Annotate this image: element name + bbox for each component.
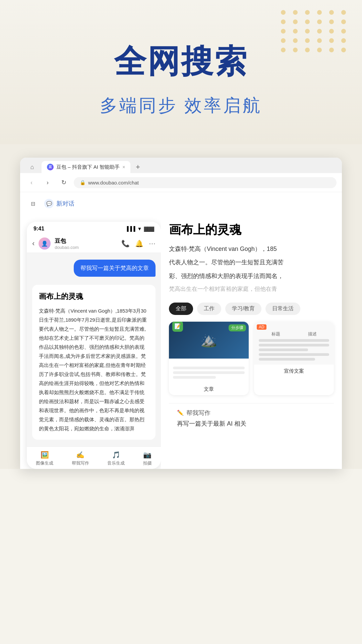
- chat-bubble-icon: 💬: [44, 199, 54, 208]
- address-bar[interactable]: 🔒 www.doubao.com/chat: [74, 177, 337, 188]
- phone-nav-bar: ‹ 👤 豆包 doubao.com 📞 🔔 ⋯: [27, 234, 161, 253]
- ad-col-label1: 标题: [259, 331, 293, 337]
- phone-back-button[interactable]: ‹: [32, 239, 35, 248]
- ad-lines: [259, 339, 329, 361]
- card1-app-icon: 📝: [172, 322, 183, 332]
- phone-time: 9:41: [34, 226, 44, 232]
- browser-tab-bar: ⌂ 豆 豆包 – 抖音旗下 AI 智能助手 × +: [20, 158, 342, 173]
- tab-label: 豆包 – 抖音旗下 AI 智能助手: [56, 164, 120, 170]
- ai-article-card: 画布上的灵魂 文森特·梵高（Vincent van Gogh）,1853年3月3…: [32, 285, 156, 440]
- phone-mockup: 9:41 ▐▐▐ ▼ ▓▓▓ ‹ 👤 豆包 doubao.com: [27, 222, 161, 469]
- camera-icon: 📷: [143, 451, 152, 459]
- article-card-lines: [173, 367, 245, 379]
- ai-article-title: 画布上的灵魂: [39, 291, 149, 302]
- phone-nav-icons: 📞 🔔 ⋯: [121, 239, 156, 248]
- tags-row: 全部 工作 学习/教育 日常生活: [169, 303, 334, 315]
- url-text: www.doubao.com/chat: [88, 180, 139, 185]
- tab-favicon: 豆: [47, 164, 54, 170]
- music-icon: 🎵: [112, 451, 120, 459]
- phone-avatar: 👤: [39, 237, 51, 250]
- help-write-query: 再写一篇关于最新 AI 相关: [177, 420, 326, 428]
- write-icon: ✍️: [76, 451, 84, 459]
- browser-content-toolbar: ⊟ 💬 新对话: [20, 192, 342, 215]
- browser-forward-button[interactable]: ›: [42, 176, 54, 189]
- ad-col-label2: 描述: [295, 331, 329, 337]
- ad-line5: [259, 358, 315, 361]
- phone-more-icon[interactable]: ⋯: [149, 239, 156, 248]
- dot-grid-decoration: [281, 10, 349, 52]
- nav-item-music-label: 音乐生成: [107, 460, 125, 466]
- browser-back-button[interactable]: ‹: [25, 176, 38, 189]
- tag-education[interactable]: 学习/教育: [225, 303, 261, 315]
- tag-daily[interactable]: 日常生活: [265, 303, 300, 315]
- status-icons: ▐▐▐ ▼ ▓▓▓: [125, 226, 154, 231]
- sidebar-toggle-button[interactable]: ⊟: [27, 198, 39, 210]
- right-article-gray: 梵高出生在一个相对富裕的家庭，但他在青: [169, 284, 334, 294]
- new-chat-label: 新对话: [56, 200, 74, 208]
- browser-active-tab[interactable]: 豆 豆包 – 抖音旗下 AI 智能助手 ×: [42, 161, 130, 173]
- nav-item-write[interactable]: ✍️ 帮我写作: [72, 451, 89, 466]
- phone-contact-name: 豆包: [55, 237, 117, 245]
- hero-subtitle: 多端同步 效率启航: [20, 94, 342, 117]
- right-article-title: 画布上的灵魂: [169, 222, 334, 238]
- sidebar-icon: ⊟: [31, 201, 35, 207]
- right-panel: 画布上的灵魂 文森特·梵高（Vincent van Gogh），185 代表人物…: [161, 215, 342, 469]
- nav-item-photo[interactable]: 📷 拍摄: [143, 451, 152, 466]
- signal-icon: ▐▐▐: [125, 226, 135, 231]
- help-write-title: ✏️ 帮我写作: [177, 409, 326, 417]
- mountain-icon: 🏔️: [200, 332, 217, 348]
- browser-section: ⌂ 豆 豆包 – 抖音旗下 AI 智能助手 × + ‹ › ↻ 🔒 www.do…: [0, 144, 362, 469]
- pencil-icon: ✏️: [177, 410, 184, 416]
- browser-window: ⌂ 豆 豆包 – 抖音旗下 AI 智能助手 × + ‹ › ↻ 🔒 www.do…: [20, 158, 342, 469]
- ad-line4: [259, 353, 329, 356]
- image-gen-icon: 🖼️: [41, 451, 49, 459]
- home-icon: ⌂: [31, 164, 34, 171]
- ad-line3: [259, 348, 308, 351]
- ai-article-text: 文森特·梵高（Vincent van Gogh）,1853年3月30日生于荷兰,…: [39, 306, 149, 433]
- article-card[interactable]: 分步骤 🏔️ 📝: [169, 322, 249, 395]
- help-write-prefix: 帮我写作: [186, 409, 210, 417]
- content-panels: 9:41 ▐▐▐ ▼ ▓▓▓ ‹ 👤 豆包 doubao.com: [20, 215, 342, 469]
- ad-badge: AD: [257, 324, 266, 330]
- phone-mute-icon[interactable]: 🔔: [135, 239, 143, 248]
- ad-copy-card[interactable]: AD 标题 描述: [254, 322, 334, 395]
- new-chat-button[interactable]: 💬 新对话: [44, 199, 74, 208]
- nav-item-image-label: 图像生成: [36, 460, 53, 466]
- cards-row: 分步骤 🏔️ 📝: [169, 322, 334, 395]
- hero-section: 全网搜索 多端同步 效率启航: [0, 0, 362, 144]
- article-card-content: [169, 359, 249, 383]
- tab-close-button[interactable]: ×: [122, 164, 125, 170]
- forward-arrow-icon: ›: [47, 179, 49, 186]
- battery-icon: ▓▓▓: [144, 226, 154, 231]
- new-tab-button[interactable]: +: [132, 161, 144, 173]
- line2: [173, 371, 245, 374]
- user-message-bubble: 帮我写一篇关于梵高的文章: [74, 260, 156, 277]
- phone-call-icon[interactable]: 📞: [121, 239, 130, 248]
- ad-copy-card-label: 宣传文案: [254, 365, 334, 377]
- ad-line2: [259, 344, 329, 346]
- line3: [173, 376, 216, 379]
- browser-refresh-button[interactable]: ↻: [58, 176, 70, 189]
- right-article-preview-3: 彩、强烈的情感和大胆的表现手法而闻名，: [169, 271, 334, 281]
- nav-item-write-label: 帮我写作: [72, 460, 89, 466]
- back-arrow-icon: ‹: [31, 179, 33, 186]
- phone-contact-url: doubao.com: [55, 245, 117, 250]
- browser-home-button[interactable]: ⌂: [25, 161, 39, 173]
- tag-all[interactable]: 全部: [169, 303, 193, 315]
- lock-icon: 🔒: [80, 180, 85, 185]
- phone-chat-area: 帮我写一篇关于梵高的文章 画布上的灵魂 文森特·梵高（Vincent van G…: [27, 253, 161, 446]
- refresh-icon: ↻: [61, 179, 66, 186]
- nav-item-photo-label: 拍摄: [143, 460, 152, 466]
- phone-status-bar: 9:41 ▐▐▐ ▼ ▓▓▓: [27, 222, 161, 234]
- browser-toolbar: ‹ › ↻ 🔒 www.doubao.com/chat: [20, 173, 342, 192]
- nav-item-music[interactable]: 🎵 音乐生成: [107, 451, 125, 466]
- help-write-section: ✏️ 帮我写作 再写一篇关于最新 AI 相关: [169, 403, 334, 433]
- ad-line1: [259, 339, 329, 342]
- phone-contact-info: 豆包 doubao.com: [55, 237, 117, 250]
- ad-cols-header: 标题 描述: [259, 331, 329, 337]
- wifi-icon: ▼: [137, 226, 142, 231]
- tag-work[interactable]: 工作: [197, 303, 221, 315]
- nav-item-image[interactable]: 🖼️ 图像生成: [36, 451, 53, 466]
- article-card-label: 文章: [169, 383, 249, 395]
- line1: [173, 367, 245, 369]
